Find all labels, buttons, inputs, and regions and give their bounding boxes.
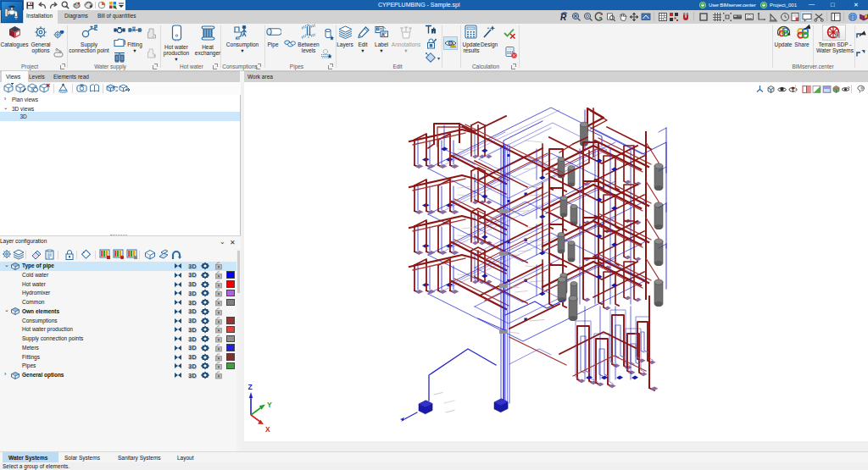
svg-text:A: A <box>381 32 385 37</box>
svg-text:X: X <box>265 425 270 434</box>
svg-text:Z: Z <box>248 383 253 391</box>
svg-text:Y: Y <box>267 401 272 409</box>
